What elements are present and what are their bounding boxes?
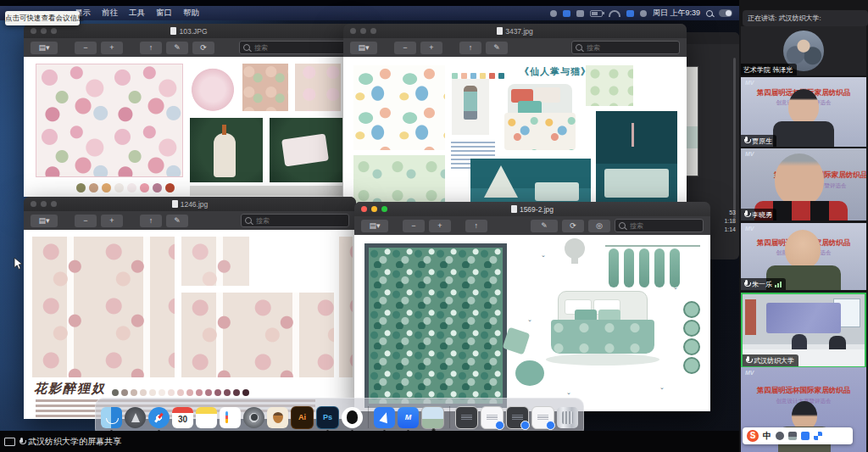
input-method-icon[interactable] bbox=[626, 10, 634, 17]
keyboard-icon[interactable] bbox=[788, 432, 797, 440]
participant-tile[interactable]: MV 第四届明远杯国际家居纺织品 创意设计大赛暨评选会 李晓勇 bbox=[741, 148, 866, 220]
tencent-meeting-icon[interactable]: M bbox=[398, 407, 419, 428]
volume-icon[interactable] bbox=[640, 10, 647, 17]
titlebar[interactable]: 103.JPG bbox=[24, 24, 354, 38]
search-input[interactable] bbox=[628, 221, 699, 231]
search-input[interactable] bbox=[254, 216, 345, 226]
zoom-out-button[interactable]: − bbox=[403, 220, 425, 232]
minimize-button[interactable] bbox=[371, 206, 377, 212]
close-button[interactable] bbox=[31, 28, 36, 34]
notes-icon[interactable] bbox=[196, 407, 217, 428]
skin-icon[interactable] bbox=[801, 432, 810, 440]
participant-name: 贾原生 bbox=[752, 137, 772, 146]
search-input[interactable] bbox=[253, 43, 343, 53]
spotlight-search-icon[interactable] bbox=[706, 10, 713, 17]
rotate-button[interactable]: ⟳ bbox=[192, 42, 214, 54]
titlebar[interactable]: 1569-2.jpg bbox=[354, 202, 710, 216]
share-button[interactable]: ↑ bbox=[459, 42, 481, 54]
preview-window-1569[interactable]: 1569-2.jpg ▤▾ − + ↑ ✎ ⟳ ◎ bbox=[354, 202, 710, 411]
document-icon[interactable] bbox=[506, 406, 529, 429]
zoom-in-button[interactable]: + bbox=[429, 220, 451, 232]
system-preferences-icon[interactable] bbox=[243, 407, 264, 428]
share-button[interactable]: ↑ bbox=[140, 42, 162, 54]
sidebar-toggle-button[interactable]: ▤▾ bbox=[31, 215, 58, 227]
markup-button[interactable]: ✎ bbox=[166, 215, 188, 227]
menu-window[interactable]: 窗口 bbox=[156, 8, 172, 19]
search-field[interactable] bbox=[571, 41, 680, 54]
input-method-bar[interactable]: S 中 bbox=[743, 427, 853, 444]
zoom-button[interactable] bbox=[51, 28, 57, 34]
preview-window-3437[interactable]: 3437.jpg ▤▾ − + ↑ ✎ 《仙人掌与猫》 bbox=[343, 24, 687, 210]
wifi-icon[interactable] bbox=[609, 10, 620, 17]
markup-pen-button[interactable]: ✎ bbox=[531, 220, 558, 232]
illustrator-icon[interactable]: Ai bbox=[291, 406, 314, 429]
ime-tool-icon[interactable] bbox=[776, 432, 784, 440]
markup-button[interactable]: ✎ bbox=[486, 42, 508, 54]
launchpad-icon[interactable] bbox=[125, 407, 146, 428]
language-mode[interactable]: 中 bbox=[763, 430, 771, 442]
minimize-button[interactable] bbox=[360, 28, 366, 34]
titlebar[interactable]: 3437.jpg bbox=[343, 24, 687, 38]
menu-help[interactable]: 帮助 bbox=[183, 8, 199, 19]
bluetooth-icon[interactable] bbox=[576, 10, 584, 17]
menu-tools[interactable]: 工具 bbox=[129, 8, 145, 19]
search-input[interactable] bbox=[585, 43, 676, 53]
document-icon[interactable] bbox=[531, 406, 554, 429]
minimize-button[interactable] bbox=[41, 28, 47, 34]
document-stack-icon[interactable] bbox=[455, 406, 478, 429]
status-icon[interactable] bbox=[550, 10, 557, 17]
acorn-app-icon[interactable] bbox=[267, 407, 288, 428]
search-field[interactable] bbox=[241, 214, 349, 227]
participant-tile[interactable]: MV 第四届明远杯国际家居纺织品 创意设计大赛暨评选会 朱一乐 bbox=[741, 223, 866, 290]
photoshop-icon[interactable]: Ps bbox=[316, 406, 339, 429]
markup-button[interactable]: ✎ bbox=[166, 42, 188, 54]
reminders-icon[interactable] bbox=[220, 407, 241, 428]
document-icon[interactable] bbox=[481, 406, 504, 429]
round-cushion bbox=[683, 320, 700, 337]
participant-tile[interactable]: 艺术学院 韩泽光 bbox=[741, 26, 866, 75]
menu-go[interactable]: 前往 bbox=[102, 8, 118, 19]
grid-icon[interactable] bbox=[814, 432, 822, 440]
battery-icon[interactable] bbox=[590, 10, 603, 17]
share-button[interactable]: ↑ bbox=[465, 220, 487, 232]
participant-tile-active-speaker[interactable]: 武汉纺织大学 bbox=[741, 293, 866, 368]
sogou-logo[interactable]: S bbox=[747, 430, 759, 442]
zoom-out-button[interactable]: − bbox=[394, 42, 416, 54]
notification-icon[interactable] bbox=[563, 10, 570, 17]
share-button[interactable]: ↑ bbox=[140, 215, 162, 227]
scrollbar[interactable] bbox=[733, 58, 736, 219]
zoom-button[interactable] bbox=[51, 201, 57, 207]
zoom-button[interactable] bbox=[381, 206, 387, 212]
sidebar-toggle-button[interactable]: ▤▾ bbox=[350, 42, 377, 54]
zoom-in-button[interactable]: + bbox=[101, 215, 123, 227]
close-button[interactable] bbox=[361, 206, 367, 212]
minimize-button[interactable] bbox=[41, 201, 47, 207]
zoom-out-button[interactable]: − bbox=[75, 215, 97, 227]
close-button[interactable] bbox=[350, 28, 356, 34]
close-button[interactable] bbox=[31, 201, 36, 207]
maps-app-icon[interactable] bbox=[374, 407, 395, 428]
zoom-out-button[interactable]: − bbox=[75, 42, 97, 54]
safari-icon[interactable] bbox=[148, 407, 170, 428]
zoom-in-button[interactable]: + bbox=[101, 42, 123, 54]
menubar-clock[interactable]: 周日 上午9:39 bbox=[653, 8, 700, 19]
titlebar[interactable]: 1246.jpg bbox=[24, 197, 356, 211]
preview-window-1246[interactable]: 1246.jpg ▤▾ − + ↑ ✎ 花影醉狸奴 bbox=[24, 197, 356, 419]
image-viewer-icon[interactable] bbox=[421, 406, 444, 429]
search-field[interactable] bbox=[239, 41, 348, 54]
calendar-icon[interactable]: 30 bbox=[172, 407, 193, 428]
sidebar-toggle-button[interactable]: ▤▾ bbox=[31, 42, 58, 54]
participant-tile[interactable]: MV 第四届明远杯国际家居纺织品 创意设计大赛暨评选会 S 中 bbox=[741, 367, 866, 452]
search-field[interactable] bbox=[615, 219, 704, 232]
control-center-toggle[interactable] bbox=[719, 9, 732, 17]
finder-icon[interactable] bbox=[101, 407, 122, 428]
annotate-button[interactable]: ◎ bbox=[588, 220, 610, 232]
rotate-button[interactable]: ⟳ bbox=[562, 220, 584, 232]
qq-icon[interactable] bbox=[342, 407, 363, 428]
preview-window-103[interactable]: 103.JPG ▤▾ − + ↑ ✎ ⟳ bbox=[24, 24, 354, 197]
trash-icon[interactable] bbox=[557, 407, 578, 428]
participant-tile[interactable]: MV 第四届明远杯国际家居纺织品 创意设计大赛暨评选会 贾原生 bbox=[741, 77, 866, 147]
zoom-button[interactable] bbox=[370, 28, 376, 34]
sidebar-toggle-button[interactable]: ▤▾ bbox=[361, 220, 388, 232]
zoom-in-button[interactable]: + bbox=[420, 42, 442, 54]
